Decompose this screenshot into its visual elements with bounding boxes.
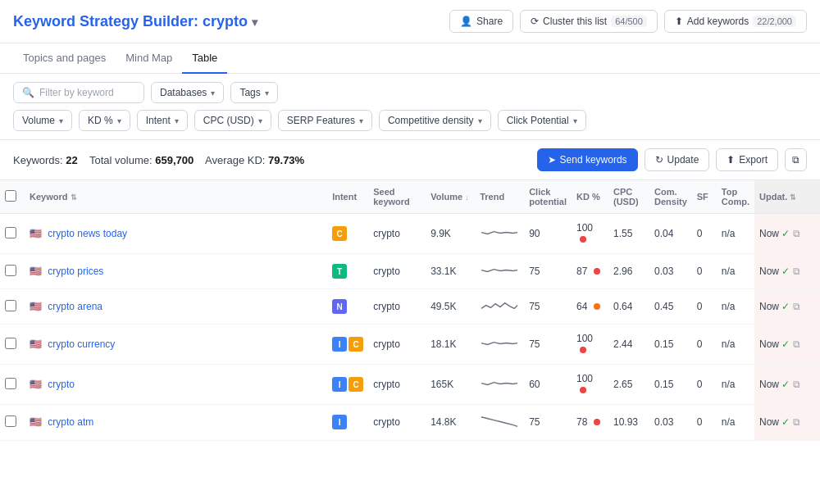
export-button[interactable]: ⬆ Export <box>716 148 778 171</box>
click-potential-value: 75 <box>524 325 572 365</box>
total-volume: 659,700 <box>155 154 194 166</box>
check-icon: ✓ <box>781 266 790 277</box>
cpc-value: 2.96 <box>608 254 649 289</box>
updated-cell: Now ✓ ⧉ <box>754 405 820 440</box>
click-potential-value: 75 <box>524 405 572 440</box>
kd-filter[interactable]: KD % ▾ <box>79 110 130 131</box>
keyword-link[interactable]: crypto currency <box>48 338 115 350</box>
serp-filter[interactable]: SERP Features ▾ <box>278 110 372 131</box>
keyword-link[interactable]: crypto <box>48 379 75 390</box>
row-checkbox[interactable] <box>5 265 16 276</box>
check-icon: ✓ <box>781 379 790 390</box>
com-density-value: 0.15 <box>649 365 692 405</box>
dropdown-arrow-icon[interactable]: ▾ <box>252 16 257 29</box>
row-checkbox[interactable] <box>5 415 16 427</box>
filter-bar: 🔍 Filter by keyword Databases ▾ Tags ▾ V… <box>0 74 820 140</box>
stats-actions: ➤ Send keywords ↻ Update ⬆ Export ⧉ <box>537 148 807 171</box>
header-actions: 👤 Share ⟳ Cluster this list 64/500 ⬆ Add… <box>449 10 807 33</box>
header-volume[interactable]: Volume ↓ <box>426 180 475 214</box>
copy-row-icon[interactable]: ⧉ <box>793 416 800 428</box>
cpc-value: 2.44 <box>608 325 649 365</box>
sf-value: 0 <box>692 325 717 365</box>
keyword-table-wrapper: Keyword ⇅ Intent Seedkeyword Volume ↓ Tr… <box>0 180 820 504</box>
cluster-badge: 64/500 <box>611 16 647 27</box>
check-icon: ✓ <box>781 228 790 239</box>
cpc-filter[interactable]: CPC (USD) ▾ <box>194 110 271 131</box>
tab-topics-and-pages[interactable]: Topics and pages <box>13 43 116 74</box>
table-row: 🇺🇸 crypto arena N crypto 49.5K 75 64 0.6… <box>0 289 820 325</box>
cpc-value: 0.64 <box>608 289 649 325</box>
volume-value: 165K <box>426 365 475 405</box>
trend-chart <box>475 325 524 365</box>
table-row: 🇺🇸 crypto prices T crypto 33.1K 75 87 2.… <box>0 254 820 289</box>
chevron-down-icon: ▾ <box>573 116 577 125</box>
select-all-checkbox[interactable] <box>5 190 16 202</box>
copy-row-icon[interactable]: ⧉ <box>793 379 800 390</box>
add-keywords-button[interactable]: ⬆ Add keywords 22/2,000 <box>664 10 807 33</box>
row-checkbox[interactable] <box>5 338 16 349</box>
flag-icon: 🇺🇸 <box>30 338 42 350</box>
click-potential-value: 90 <box>524 214 572 254</box>
cpc-value: 2.65 <box>608 365 649 405</box>
seed-keyword: crypto <box>368 405 426 440</box>
keyword-link[interactable]: crypto atm <box>48 416 93 428</box>
header-cpc[interactable]: CPC(USD) <box>608 180 649 214</box>
intent-cell: N <box>327 289 368 325</box>
copy-row-icon[interactable]: ⧉ <box>793 266 800 277</box>
title-prefix: Keyword Strategy Builder: <box>13 13 203 30</box>
keyword-filter-input[interactable]: 🔍 Filter by keyword <box>13 82 144 103</box>
header-top: TopComp. <box>717 180 754 214</box>
trend-chart <box>475 214 524 254</box>
header-keyword[interactable]: Keyword ⇅ <box>25 180 327 214</box>
row-checkbox[interactable] <box>5 300 16 311</box>
trend-chart <box>475 365 524 405</box>
header-click[interactable]: Clickpotential <box>524 180 572 214</box>
click-potential-filter[interactable]: Click Potential ▾ <box>498 110 586 131</box>
header-kd[interactable]: KD % <box>572 180 608 214</box>
header-sf: SF <box>692 180 717 214</box>
header-com[interactable]: Com.Density <box>649 180 692 214</box>
keyword-link[interactable]: crypto prices <box>48 266 103 277</box>
tab-mind-map[interactable]: Mind Map <box>116 43 182 74</box>
updated-cell: Now ✓ ⧉ <box>754 254 820 289</box>
updated-value: Now <box>759 228 779 239</box>
header-updated[interactable]: Updat. ⇅ <box>754 180 820 214</box>
volume-filter[interactable]: Volume ▾ <box>13 110 72 131</box>
row-checkbox[interactable] <box>5 378 16 389</box>
top-comp-value: n/a <box>717 365 754 405</box>
chevron-down-icon: ▾ <box>117 116 121 125</box>
kd-value: 64 <box>572 289 608 325</box>
send-keywords-button[interactable]: ➤ Send keywords <box>537 148 638 171</box>
keyword-link[interactable]: crypto news today <box>48 228 127 239</box>
tags-select[interactable]: Tags ▾ <box>230 82 277 103</box>
chevron-down-icon: ▾ <box>258 116 262 125</box>
row-checkbox[interactable] <box>5 227 16 238</box>
copy-row-icon[interactable]: ⧉ <box>793 301 800 312</box>
header: Keyword Strategy Builder: crypto ▾ 👤 Sha… <box>0 0 820 43</box>
seed-keyword: crypto <box>368 325 426 365</box>
comp-density-filter[interactable]: Competitive density ▾ <box>379 110 491 131</box>
add-icon: ⬆ <box>675 16 683 27</box>
tab-table[interactable]: Table <box>182 43 227 74</box>
keyword-link[interactable]: crypto arena <box>48 301 102 312</box>
trend-chart <box>475 405 524 440</box>
copy-button[interactable]: ⧉ <box>785 148 807 171</box>
intent-filter[interactable]: Intent ▾ <box>137 110 188 131</box>
databases-select[interactable]: Databases ▾ <box>151 82 224 103</box>
page-title: Keyword Strategy Builder: crypto ▾ <box>13 13 257 30</box>
com-density-value: 0.45 <box>649 289 692 325</box>
table-row: 🇺🇸 crypto news today C crypto 9.9K 90 10… <box>0 214 820 254</box>
sf-value: 0 <box>692 289 717 325</box>
header-trend: Trend <box>475 180 524 214</box>
copy-icon: ⧉ <box>792 154 800 166</box>
seed-keyword: crypto <box>368 365 426 405</box>
tab-bar: Topics and pages Mind Map Table <box>0 43 820 74</box>
keywords-count: 22 <box>66 154 77 166</box>
share-button[interactable]: 👤 Share <box>449 10 513 33</box>
update-button[interactable]: ↻ Update <box>645 148 710 171</box>
cluster-button[interactable]: ⟳ Cluster this list 64/500 <box>520 10 658 33</box>
copy-row-icon[interactable]: ⧉ <box>793 228 800 239</box>
export-icon: ⬆ <box>727 154 735 166</box>
cpc-value: 10.93 <box>608 405 649 440</box>
copy-row-icon[interactable]: ⧉ <box>793 338 800 350</box>
